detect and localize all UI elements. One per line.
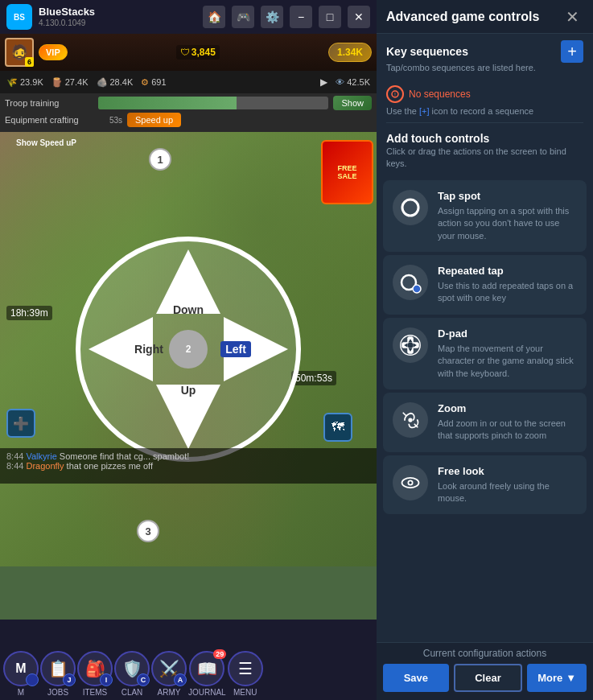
level-badge: 6 — [25, 57, 34, 67]
zoom-name: Zoom — [438, 402, 577, 414]
panel-header: Advanced game controls ✕ — [377, 0, 593, 34]
key-sequences-header: Key sequences + — [377, 34, 593, 63]
nav-clan-keybadge: C — [137, 673, 150, 686]
save-button[interactable]: Save — [383, 664, 449, 692]
nav-menu-label: MENU — [233, 688, 257, 697]
svg-point-2 — [402, 200, 418, 216]
more-button[interactable]: More ▼ — [527, 664, 587, 692]
zoom-info: Zoom Add zoom in or out to the screen th… — [438, 402, 577, 443]
nav-m-label: M — [18, 688, 24, 697]
repeated-tap-name: Repeated tap — [438, 265, 577, 277]
add-sequence-button[interactable]: + — [561, 40, 583, 63]
nav-item-clan[interactable]: 🛡️ C CLAN — [114, 651, 150, 697]
dpad-control-name: D-pad — [438, 327, 577, 340]
no-sequences-badge: ! No sequences — [386, 85, 471, 103]
dpad-center: 2 — [169, 330, 208, 369]
nav-jobs-label: JOBS — [47, 688, 68, 697]
dpad-control-icon — [393, 327, 428, 363]
res-food-value: 23.9K — [20, 77, 43, 87]
queue-crafting-label: Equipment crafting — [5, 115, 93, 125]
settings-icon[interactable]: ⚙️ — [261, 6, 283, 28]
coins-display: 1.34K — [328, 43, 372, 62]
hud-icons-left: ➕ — [6, 409, 35, 438]
hud-icon-health[interactable]: ➕ — [6, 409, 35, 438]
close-button[interactable]: ✕ — [348, 6, 370, 28]
queue-area: Troop training Show Equipment crafting 5… — [0, 93, 377, 132]
avatar: 🧔 6 — [5, 38, 34, 67]
controls-scroll[interactable]: Key sequences + Tap/combo sequences are … — [377, 34, 593, 642]
dpad-down-label: Up — [181, 384, 196, 397]
key-sequences-desc: Tap/combo sequences are listed here. — [377, 63, 593, 79]
add-touch-title: Add touch controls — [386, 132, 489, 145]
hud-icon-map[interactable]: 🗺 — [323, 413, 352, 442]
queue-troops-label: Troop training — [5, 98, 93, 108]
nav-m-badge — [26, 673, 39, 686]
control-card-dpad[interactable]: D-pad Map the movement of your character… — [383, 318, 587, 389]
nav-items-keybadge: I — [100, 673, 113, 686]
dpad-left-area[interactable]: Right — [89, 317, 161, 381]
queue-troops-progress — [98, 97, 328, 109]
dpad-overlay[interactable]: Down Up Right Left — [76, 237, 301, 462]
dpad-circle: Down Up Right Left — [76, 237, 301, 462]
no-sequences-area: ! No sequences Use the [+] icon to recor… — [377, 79, 593, 122]
panel-close-button[interactable]: ✕ — [561, 6, 583, 28]
nav-item-journal[interactable]: 📖 29 JOURNAL — [188, 651, 226, 697]
bluestacks-logo: BS — [6, 4, 32, 30]
config-label: Current configuration actions — [377, 643, 593, 661]
free-look-name: Free look — [438, 465, 577, 477]
window-controls: 🏠 🎮 ⚙️ − □ ✕ — [203, 6, 370, 28]
free-look-info: Free look Look around freely using the m… — [438, 465, 577, 505]
maximize-button[interactable]: □ — [319, 6, 341, 28]
vip-badge[interactable]: VIP — [39, 44, 68, 60]
free-look-icon — [393, 465, 428, 500]
control-card-zoom[interactable]: Zoom Add zoom in or out to the screen th… — [383, 393, 587, 452]
title-bar: BS BlueStacks 4.130.0.1049 🏠 🎮 ⚙️ − □ ✕ — [0, 0, 377, 34]
chat-area: 8:44 Valkyrie Someone find that cg... sp… — [0, 448, 377, 484]
res-wood: 🪵 27.4K — [51, 77, 89, 88]
right-panel: Advanced game controls ✕ Key sequences +… — [377, 0, 593, 700]
nav-item-menu[interactable]: ☰ MENU — [228, 651, 263, 697]
control-card-free-look[interactable]: Free look Look around freely using the m… — [383, 455, 587, 515]
home-icon[interactable]: 🏠 — [203, 6, 225, 28]
nav-item-items[interactable]: 🎒 I ITEMS — [77, 651, 113, 697]
free-sale-banner[interactable]: FREE SALE — [321, 140, 373, 204]
game-panel: BS BlueStacks 4.130.0.1049 🏠 🎮 ⚙️ − □ ✕ … — [0, 0, 377, 700]
nav-army-label: ARMY — [158, 688, 181, 697]
app-version: 4.130.0.1049 — [39, 19, 95, 28]
gold-value: 3,845 — [191, 47, 216, 58]
resource-row: 🌾 23.9K 🪵 27.4K 🪨 28.4K ⚙ 691 ▶ 👁 42.5K — [0, 71, 377, 93]
nav-item-jobs[interactable]: 📋 J JOBS — [40, 651, 76, 697]
queue-crafting-speedup-button[interactable]: Speed up — [127, 113, 181, 127]
svg-point-17 — [408, 418, 412, 422]
dpad-up-area[interactable]: Down — [156, 249, 220, 322]
clear-button[interactable]: Clear — [454, 664, 523, 692]
chat-msg-1: Someone find that cg... spambot! — [60, 451, 189, 461]
add-touch-header: Add touch controls — [377, 123, 593, 146]
res-wood-value: 27.4K — [65, 77, 89, 87]
repeated-tap-desc: Use this to add repeated taps on a spot … — [438, 280, 577, 305]
queue-item-crafting: Equipment crafting 53s Speed up — [5, 113, 372, 127]
sequence-circle-icon: ! — [386, 85, 404, 103]
chat-msg-2: that one pizzes me off — [67, 461, 153, 471]
nav-item-m[interactable]: M M — [3, 651, 39, 697]
game-icon[interactable]: 🎮 — [232, 6, 254, 28]
res-food: 🌾 23.9K — [6, 77, 43, 88]
no-sequences-hint: Use the [+] icon to record a sequence — [386, 106, 583, 116]
res-ore: ⚙ 691 — [141, 77, 166, 88]
repeated-tap-icon — [393, 265, 428, 300]
game-world[interactable]: Show Speed uP 18h:39m 50m:53s FREE SALE … — [0, 132, 377, 566]
queue-troops-fill — [98, 97, 237, 109]
more-chevron-icon: ▼ — [566, 672, 576, 684]
nav-item-army[interactable]: ⚔️ A ARMY — [151, 651, 187, 697]
svg-text:!: ! — [394, 92, 396, 97]
dpad-down-area[interactable]: Up — [156, 377, 220, 449]
dpad-right-area[interactable]: Left — [216, 317, 288, 381]
control-card-tap-spot[interactable]: Tap spot Assign tapping on a spot with t… — [383, 180, 587, 252]
svg-point-4 — [413, 285, 421, 293]
game-top-bar: 🧔 6 VIP 🛡 3,845 1.34K — [0, 34, 377, 71]
minimize-button[interactable]: − — [290, 6, 312, 28]
control-card-repeated-tap[interactable]: Repeated tap Use this to add repeated ta… — [383, 255, 587, 315]
queue-troops-show-button[interactable]: Show — [333, 96, 372, 110]
waypoint-3: 3 — [137, 520, 159, 542]
res-silver-value: 42.5K — [347, 77, 370, 87]
